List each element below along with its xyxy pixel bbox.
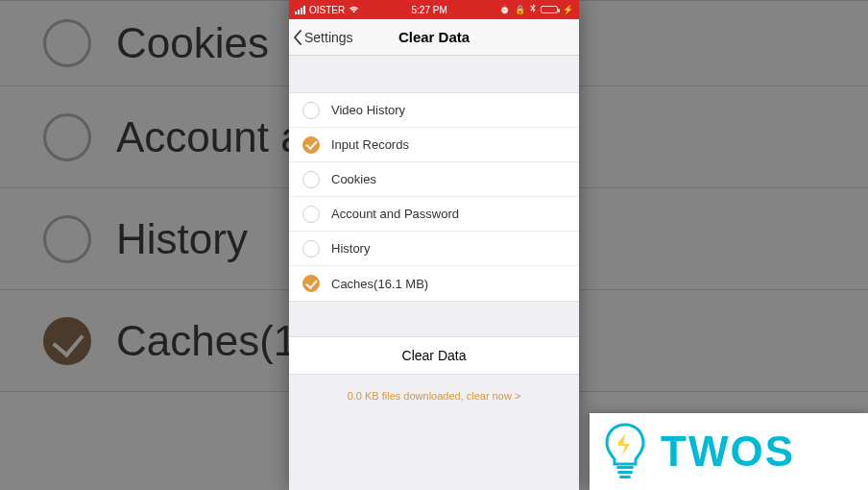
logo-banner: TWOS <box>590 413 868 490</box>
action-section: Clear Data 0.0 KB files downloaded, clea… <box>289 336 579 402</box>
option-account-password[interactable]: Account and Password <box>289 197 579 232</box>
option-label: Account and Password <box>331 207 459 221</box>
battery-icon <box>541 6 558 13</box>
page-title: Clear Data <box>398 29 470 45</box>
radio-checked-icon <box>43 317 91 365</box>
option-history[interactable]: History <box>289 232 579 266</box>
option-cookies[interactable]: Cookies <box>289 162 579 197</box>
status-left: OISTER <box>295 5 359 15</box>
radio-unchecked-icon <box>43 215 91 263</box>
bg-row-label: History <box>116 215 248 263</box>
chevron-left-icon <box>293 30 302 45</box>
radio-unchecked-icon <box>43 19 91 67</box>
svg-rect-1 <box>617 471 633 474</box>
clear-data-label: Clear Data <box>402 348 467 363</box>
carrier-label: OISTER <box>309 5 345 15</box>
back-label: Settings <box>304 30 353 45</box>
status-time: 5:27 PM <box>411 5 446 15</box>
radio-unchecked-icon <box>302 102 320 119</box>
option-label: Caches(16.1 MB) <box>331 277 428 291</box>
radio-unchecked-icon <box>302 171 320 188</box>
section-gap <box>289 56 579 92</box>
option-label: Input Records <box>331 137 409 152</box>
nav-bar: Settings Clear Data <box>289 19 579 56</box>
wifi-icon <box>349 5 359 15</box>
radio-unchecked-icon <box>302 240 320 257</box>
phone-screen: OISTER 5:27 PM ⏰ 🔒 ⚡ Settings Clear Data <box>289 0 579 490</box>
option-caches[interactable]: Caches(16.1 MB) <box>289 266 579 301</box>
svg-rect-0 <box>616 466 634 469</box>
status-right: ⏰ 🔒 ⚡ <box>499 4 573 15</box>
lightbulb-icon <box>601 421 649 482</box>
option-label: Cookies <box>331 172 376 186</box>
back-button[interactable]: Settings <box>293 30 398 45</box>
alarm-icon: ⏰ <box>499 5 510 14</box>
option-label: History <box>331 241 370 256</box>
svg-rect-2 <box>619 476 631 478</box>
bg-row-label: Cookies <box>116 19 269 67</box>
signal-icon <box>295 6 305 14</box>
clear-data-options: Video History Input Records Cookies Acco… <box>289 92 579 302</box>
radio-checked-icon <box>302 136 320 154</box>
radio-unchecked-icon <box>43 113 91 161</box>
clear-data-button[interactable]: Clear Data <box>289 336 579 375</box>
option-input-records[interactable]: Input Records <box>289 128 579 162</box>
charging-icon: ⚡ <box>563 5 573 14</box>
status-bar: OISTER 5:27 PM ⏰ 🔒 ⚡ <box>289 0 579 19</box>
bluetooth-icon <box>530 4 536 15</box>
option-label: Video History <box>331 103 405 117</box>
radio-checked-icon <box>302 275 320 292</box>
logo-text: TWOS <box>661 428 795 476</box>
orientation-lock-icon: 🔒 <box>515 5 525 14</box>
downloaded-files-link[interactable]: 0.0 KB files downloaded, clear now > <box>289 375 579 402</box>
option-video-history[interactable]: Video History <box>289 93 579 128</box>
radio-unchecked-icon <box>302 206 320 223</box>
